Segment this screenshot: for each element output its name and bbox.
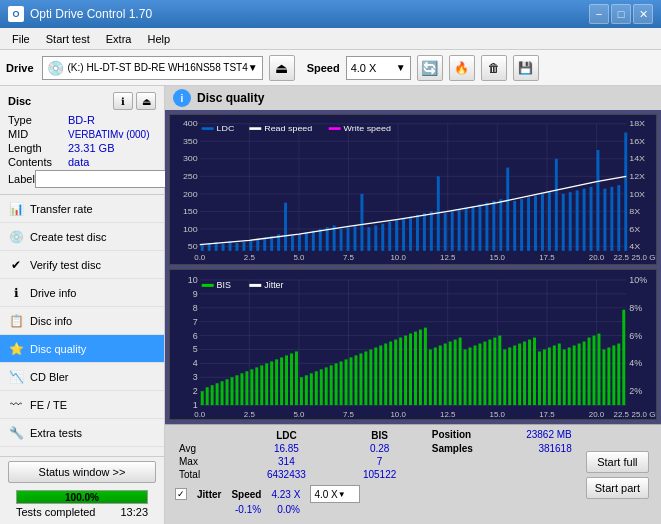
jitter-checkbox[interactable]: ✓ <box>175 488 187 500</box>
svg-rect-52 <box>256 239 259 250</box>
menu-file[interactable]: File <box>4 31 38 47</box>
svg-rect-189 <box>359 353 362 405</box>
svg-text:10.0: 10.0 <box>390 254 405 262</box>
svg-text:50: 50 <box>188 242 198 251</box>
svg-rect-216 <box>493 338 496 406</box>
menu-start-test[interactable]: Start test <box>38 31 98 47</box>
burn-button[interactable]: 🔥 <box>449 55 475 81</box>
fe-te-icon: 〰 <box>8 397 24 413</box>
svg-text:18X: 18X <box>629 119 645 128</box>
speed-value: 4.0 X <box>351 62 396 74</box>
svg-text:7.5: 7.5 <box>343 254 354 262</box>
sidebar-item-disc-info[interactable]: 📋 Disc info <box>0 307 164 335</box>
eject-button[interactable]: ⏏ <box>269 55 295 81</box>
sidebar-item-extra-tests[interactable]: 🔧 Extra tests <box>0 419 164 447</box>
disc-eject-button[interactable]: ⏏ <box>136 92 156 110</box>
svg-rect-223 <box>528 340 531 406</box>
maximize-button[interactable]: □ <box>611 4 631 24</box>
sidebar-item-create-test-disc[interactable]: 💿 Create test disc <box>0 223 164 251</box>
svg-rect-170 <box>265 363 268 405</box>
contents-value: data <box>68 156 156 168</box>
svg-rect-89 <box>513 201 516 251</box>
menu-extra[interactable]: Extra <box>98 31 140 47</box>
svg-text:2%: 2% <box>629 386 642 396</box>
sidebar-item-drive-info[interactable]: ℹ Drive info <box>0 279 164 307</box>
erase-button[interactable]: 🗑 <box>481 55 507 81</box>
svg-rect-205 <box>439 345 442 405</box>
svg-rect-165 <box>240 373 243 405</box>
samples-label: Samples <box>432 443 473 454</box>
nav-label-disc-quality: Disc quality <box>30 343 86 355</box>
svg-rect-71 <box>388 222 391 251</box>
svg-text:2.5: 2.5 <box>244 254 255 262</box>
transfer-rate-icon: 📊 <box>8 201 24 217</box>
menu-help[interactable]: Help <box>139 31 178 47</box>
nav-label-extra-tests: Extra tests <box>30 427 82 439</box>
save-button[interactable]: 💾 <box>513 55 539 81</box>
create-test-disc-icon: 💿 <box>8 229 24 245</box>
svg-text:200: 200 <box>183 189 198 198</box>
start-part-button[interactable]: Start part <box>586 477 649 499</box>
svg-rect-215 <box>488 340 491 406</box>
samples-value: 381618 <box>538 443 571 454</box>
svg-rect-238 <box>602 349 605 405</box>
refresh-button[interactable]: 🔄 <box>417 55 443 81</box>
disc-info-button[interactable]: ℹ <box>113 92 133 110</box>
svg-rect-207 <box>449 342 452 406</box>
svg-rect-194 <box>384 344 387 406</box>
speed-select-arrow[interactable]: ▼ <box>338 490 346 499</box>
svg-rect-70 <box>381 224 384 251</box>
label-input[interactable] <box>35 170 181 188</box>
drive-info-icon: ℹ <box>8 285 24 301</box>
svg-text:300: 300 <box>183 154 198 163</box>
row-avg-label: Avg <box>171 442 237 455</box>
nav-label-transfer-rate: Transfer rate <box>30 203 93 215</box>
close-button[interactable]: ✕ <box>633 4 653 24</box>
nav-label-fe-te: FE / TE <box>30 399 67 411</box>
svg-rect-224 <box>533 338 536 406</box>
svg-rect-206 <box>444 344 447 406</box>
svg-rect-180 <box>315 371 318 405</box>
svg-text:5.0: 5.0 <box>293 410 305 419</box>
svg-rect-201 <box>419 330 422 405</box>
sidebar-item-transfer-rate[interactable]: 📊 Transfer rate <box>0 195 164 223</box>
sidebar-status-bar: Status window >> 100.0% Tests completed … <box>0 456 164 524</box>
svg-rect-160 <box>216 383 219 405</box>
speed-select-value: 4.0 X <box>314 489 337 500</box>
svg-rect-72 <box>395 220 398 251</box>
svg-rect-177 <box>300 377 303 405</box>
svg-text:15.0: 15.0 <box>490 254 505 262</box>
sidebar-item-disc-quality[interactable]: ⭐ Disc quality <box>0 335 164 363</box>
sidebar-item-cd-bler[interactable]: 📉 CD Bler <box>0 363 164 391</box>
svg-rect-166 <box>245 371 248 405</box>
svg-rect-58 <box>298 234 301 251</box>
minimize-button[interactable]: − <box>589 4 609 24</box>
svg-rect-84 <box>478 204 481 250</box>
svg-rect-235 <box>588 338 591 406</box>
disc-quality-icon: ⭐ <box>8 341 24 357</box>
svg-text:7: 7 <box>193 317 198 327</box>
nav-label-cd-bler: CD Bler <box>30 371 69 383</box>
drive-dropdown-icon[interactable]: ▼ <box>248 62 258 73</box>
svg-text:10X: 10X <box>629 189 645 198</box>
sidebar-item-verify-test-disc[interactable]: ✔ Verify test disc <box>0 251 164 279</box>
svg-text:16X: 16X <box>629 136 645 145</box>
svg-rect-44 <box>201 245 204 251</box>
svg-rect-106 <box>202 127 214 130</box>
extra-tests-icon: 🔧 <box>8 425 24 441</box>
svg-rect-196 <box>394 340 397 406</box>
svg-rect-178 <box>305 375 308 405</box>
upper-chart: 400 350 300 250 200 150 100 50 18X 16X 1… <box>169 114 657 265</box>
svg-rect-95 <box>555 159 558 251</box>
start-full-button[interactable]: Start full <box>586 451 649 473</box>
svg-text:4X: 4X <box>629 242 640 251</box>
svg-rect-164 <box>235 375 238 405</box>
svg-rect-68 <box>367 227 370 251</box>
speed-dropdown-icon[interactable]: ▼ <box>396 62 406 73</box>
status-window-button[interactable]: Status window >> <box>8 461 156 483</box>
sidebar-item-fe-te[interactable]: 〰 FE / TE <box>0 391 164 419</box>
speed-value-sm: 4.23 X <box>271 489 300 500</box>
svg-rect-162 <box>226 379 229 405</box>
svg-rect-101 <box>596 150 599 251</box>
svg-rect-200 <box>414 332 417 406</box>
